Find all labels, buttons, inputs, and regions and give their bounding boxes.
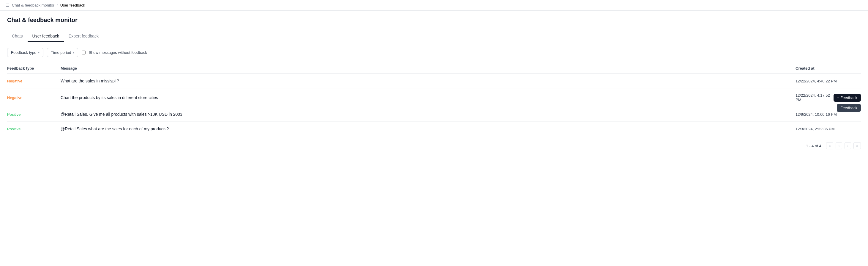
pagination-first-button[interactable]: « <box>826 142 834 149</box>
data-table: Feedback type Message Created at Negativ… <box>7 63 861 136</box>
pagination-next-button[interactable]: › <box>844 142 851 149</box>
app-name: Chat & feedback monitor <box>12 3 54 7</box>
table-header: Feedback type Message Created at <box>7 63 861 74</box>
time-period-filter[interactable]: Time period ▾ <box>47 48 78 57</box>
chevron-down-icon: ▾ <box>38 51 39 54</box>
feedback-type-value: Positive <box>7 127 61 131</box>
show-messages-toggle[interactable]: Show messages without feedback <box>82 50 147 55</box>
col-header-message: Message <box>61 66 796 71</box>
message-value: @Retail Sales what are the sales for eac… <box>61 127 796 131</box>
pagination: 1 - 4 of 4 « ‹ › » <box>7 142 861 149</box>
show-messages-label: Show messages without feedback <box>89 50 147 55</box>
tab-expert-feedback[interactable]: Expert feedback <box>64 31 103 42</box>
created-at-value: 12/3/2024, 2:32:36 PM <box>796 127 835 131</box>
feedback-type-filter[interactable]: Feedback type ▾ <box>7 48 43 57</box>
table-row: Positive @Retail Sales what are the sale… <box>7 122 861 136</box>
feedback-tooltip: Feedback <box>837 104 861 112</box>
col-header-feedback-type: Feedback type <box>7 66 61 71</box>
feedback-type-value: Positive <box>7 112 61 117</box>
message-value: Chart the products by its sales in diffe… <box>61 95 796 100</box>
table-row: Negative What are the sales in missispi … <box>7 74 861 88</box>
current-page: User feedback <box>60 3 85 7</box>
message-value: What are the sales in missispi ? <box>61 79 796 83</box>
message-value: @Retail Sales, Give me all products with… <box>61 112 796 117</box>
show-messages-checkbox[interactable] <box>82 51 86 54</box>
page-title: Chat & feedback monitor <box>7 17 861 24</box>
col-header-created-at: Created at <box>796 66 861 71</box>
breadcrumb-separator: / <box>57 3 58 7</box>
menu-icon[interactable]: ☰ <box>6 3 9 7</box>
topbar: ☰ Chat & feedback monitor / User feedbac… <box>0 0 868 11</box>
pagination-last-button[interactable]: » <box>854 142 861 149</box>
table-row: Negative Chart the products by its sales… <box>7 88 861 107</box>
created-at-value: 12/9/2024, 10:00:16 PM <box>796 112 837 117</box>
add-feedback-button[interactable]: + Feedback <box>834 94 861 102</box>
filters: Feedback type ▾ Time period ▾ Show messa… <box>7 48 861 57</box>
feedback-type-label: Feedback type <box>11 50 36 55</box>
created-at-value: 12/22/2024, 4:17:52 PM <box>796 93 830 102</box>
feedback-type-value: Negative <box>7 96 61 100</box>
tabs: Chats User feedback Expert feedback <box>7 31 861 42</box>
feedback-type-value: Negative <box>7 79 61 83</box>
tab-chats[interactable]: Chats <box>7 31 28 42</box>
pagination-info: 1 - 4 of 4 <box>806 144 821 148</box>
chevron-down-icon: ▾ <box>73 51 74 54</box>
tab-user-feedback[interactable]: User feedback <box>28 31 64 42</box>
page-content: Chat & feedback monitor Chats User feedb… <box>0 11 868 155</box>
table-row: Positive @Retail Sales, Give me all prod… <box>7 107 861 122</box>
time-period-label: Time period <box>51 50 71 55</box>
pagination-prev-button[interactable]: ‹ <box>836 142 842 149</box>
created-at-value: 12/22/2024, 4:40:22 PM <box>796 79 837 83</box>
